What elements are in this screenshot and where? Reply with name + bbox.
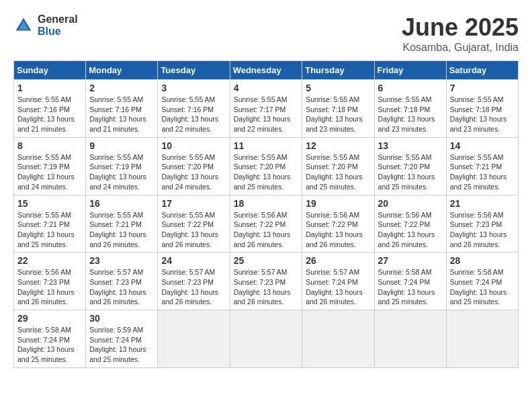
calendar-day-cell [374,310,446,368]
day-number: 20 [378,198,443,209]
day-info: Sunrise: 5:55 AMSunset: 7:21 PMDaylight:… [450,152,515,192]
day-info: Sunrise: 5:57 AMSunset: 7:24 PMDaylight:… [306,267,370,307]
day-info: Sunrise: 5:58 AMSunset: 7:24 PMDaylight:… [450,267,515,307]
day-number: 30 [89,313,154,324]
day-number: 4 [234,83,299,93]
day-number: 3 [161,83,226,93]
logo-text: General Blue [38,13,78,37]
title-block: June 2025 Kosamba, Gujarat, India [402,13,519,54]
calendar-day-cell: 4Sunrise: 5:55 AMSunset: 7:17 PMDaylight… [230,80,302,138]
day-info: Sunrise: 5:55 AMSunset: 7:16 PMDaylight:… [161,95,226,134]
calendar-day-cell: 19Sunrise: 5:56 AMSunset: 7:22 PMDayligh… [302,195,374,253]
calendar-table: SundayMondayTuesdayWednesdayThursdayFrid… [13,60,519,368]
day-number: 5 [306,83,370,93]
day-info: Sunrise: 5:58 AMSunset: 7:24 PMDaylight:… [17,325,82,365]
day-number: 8 [17,140,82,151]
calendar-day-cell: 11Sunrise: 5:55 AMSunset: 7:20 PMDayligh… [230,137,302,195]
day-number: 13 [378,140,443,151]
day-info: Sunrise: 5:55 AMSunset: 7:21 PMDaylight:… [17,210,82,250]
day-number: 26 [306,255,370,266]
calendar-week-row: 8Sunrise: 5:55 AMSunset: 7:19 PMDaylight… [14,137,519,195]
day-info: Sunrise: 5:56 AMSunset: 7:22 PMDaylight:… [378,210,443,250]
page-header: General Blue June 2025 Kosamba, Gujarat,… [13,13,519,54]
day-number: 12 [306,140,370,151]
day-info: Sunrise: 5:55 AMSunset: 7:19 PMDaylight:… [17,152,82,192]
calendar-day-cell: 13Sunrise: 5:55 AMSunset: 7:20 PMDayligh… [374,137,446,195]
day-number: 24 [161,255,226,266]
calendar-day-cell [446,310,518,368]
calendar-day-cell: 8Sunrise: 5:55 AMSunset: 7:19 PMDaylight… [14,137,86,195]
logo-icon [13,15,34,36]
calendar-day-cell: 21Sunrise: 5:56 AMSunset: 7:23 PMDayligh… [446,195,518,253]
weekday-header: Tuesday [158,61,230,80]
day-number: 15 [17,198,82,209]
logo-blue: Blue [38,26,78,38]
calendar-day-cell: 3Sunrise: 5:55 AMSunset: 7:16 PMDaylight… [158,80,230,138]
calendar-day-cell: 17Sunrise: 5:55 AMSunset: 7:22 PMDayligh… [158,195,230,253]
calendar-header-row: SundayMondayTuesdayWednesdayThursdayFrid… [14,61,519,80]
calendar-day-cell: 28Sunrise: 5:58 AMSunset: 7:24 PMDayligh… [446,253,518,310]
day-info: Sunrise: 5:55 AMSunset: 7:20 PMDaylight:… [161,152,226,192]
calendar-day-cell: 25Sunrise: 5:57 AMSunset: 7:23 PMDayligh… [230,253,302,310]
day-number: 16 [89,198,154,209]
calendar-day-cell: 7Sunrise: 5:55 AMSunset: 7:18 PMDaylight… [446,80,518,138]
calendar-day-cell: 14Sunrise: 5:55 AMSunset: 7:21 PMDayligh… [446,137,518,195]
day-info: Sunrise: 5:55 AMSunset: 7:21 PMDaylight:… [89,210,154,250]
day-info: Sunrise: 5:55 AMSunset: 7:20 PMDaylight:… [234,152,299,192]
day-number: 1 [17,83,82,93]
day-info: Sunrise: 5:55 AMSunset: 7:20 PMDaylight:… [306,152,370,192]
location-subtitle: Kosamba, Gujarat, India [402,42,519,54]
day-number: 2 [89,83,154,93]
day-info: Sunrise: 5:55 AMSunset: 7:19 PMDaylight:… [89,152,154,192]
logo-general: General [38,13,78,26]
day-number: 23 [89,255,154,266]
calendar-day-cell: 5Sunrise: 5:55 AMSunset: 7:18 PMDaylight… [302,80,374,138]
calendar-day-cell: 23Sunrise: 5:57 AMSunset: 7:23 PMDayligh… [86,253,158,310]
calendar-day-cell: 27Sunrise: 5:58 AMSunset: 7:24 PMDayligh… [374,253,446,310]
day-info: Sunrise: 5:55 AMSunset: 7:18 PMDaylight:… [306,95,370,134]
calendar-day-cell: 10Sunrise: 5:55 AMSunset: 7:20 PMDayligh… [158,137,230,195]
calendar-day-cell: 16Sunrise: 5:55 AMSunset: 7:21 PMDayligh… [86,195,158,253]
calendar-day-cell: 26Sunrise: 5:57 AMSunset: 7:24 PMDayligh… [302,253,374,310]
day-info: Sunrise: 5:55 AMSunset: 7:16 PMDaylight:… [89,95,154,134]
calendar-week-row: 15Sunrise: 5:55 AMSunset: 7:21 PMDayligh… [14,195,519,253]
calendar-day-cell: 15Sunrise: 5:55 AMSunset: 7:21 PMDayligh… [14,195,86,253]
calendar-day-cell: 18Sunrise: 5:56 AMSunset: 7:22 PMDayligh… [230,195,302,253]
calendar-day-cell: 12Sunrise: 5:55 AMSunset: 7:20 PMDayligh… [302,137,374,195]
weekday-header: Wednesday [230,61,302,80]
day-number: 7 [450,83,515,93]
calendar-day-cell: 30Sunrise: 5:59 AMSunset: 7:24 PMDayligh… [86,310,158,368]
calendar-day-cell: 22Sunrise: 5:56 AMSunset: 7:23 PMDayligh… [14,253,86,310]
day-number: 22 [17,255,82,266]
day-info: Sunrise: 5:55 AMSunset: 7:17 PMDaylight:… [234,95,299,134]
calendar-day-cell [230,310,302,368]
calendar-day-cell [158,310,230,368]
day-info: Sunrise: 5:57 AMSunset: 7:23 PMDaylight:… [89,267,154,307]
day-info: Sunrise: 5:56 AMSunset: 7:23 PMDaylight:… [17,267,82,307]
day-info: Sunrise: 5:56 AMSunset: 7:23 PMDaylight:… [450,210,515,250]
day-number: 25 [234,255,299,266]
day-info: Sunrise: 5:55 AMSunset: 7:20 PMDaylight:… [378,152,443,192]
day-number: 11 [234,140,299,151]
calendar-week-row: 22Sunrise: 5:56 AMSunset: 7:23 PMDayligh… [14,253,519,310]
day-number: 10 [161,140,226,151]
calendar-week-row: 29Sunrise: 5:58 AMSunset: 7:24 PMDayligh… [14,310,519,368]
weekday-header: Friday [374,61,446,80]
calendar-week-row: 1Sunrise: 5:55 AMSunset: 7:16 PMDaylight… [14,80,519,138]
day-info: Sunrise: 5:57 AMSunset: 7:23 PMDaylight:… [234,267,299,307]
day-info: Sunrise: 5:55 AMSunset: 7:18 PMDaylight:… [378,95,443,134]
day-number: 18 [234,198,299,209]
calendar-day-cell: 1Sunrise: 5:55 AMSunset: 7:16 PMDaylight… [14,80,86,138]
calendar-day-cell: 20Sunrise: 5:56 AMSunset: 7:22 PMDayligh… [374,195,446,253]
logo: General Blue [13,13,78,37]
day-info: Sunrise: 5:55 AMSunset: 7:22 PMDaylight:… [161,210,226,250]
day-number: 28 [450,255,515,266]
month-title: June 2025 [402,13,519,42]
weekday-header: Sunday [14,61,86,80]
day-number: 21 [450,198,515,209]
weekday-header: Monday [86,61,158,80]
calendar-day-cell [302,310,374,368]
calendar-day-cell: 9Sunrise: 5:55 AMSunset: 7:19 PMDaylight… [86,137,158,195]
day-info: Sunrise: 5:56 AMSunset: 7:22 PMDaylight:… [234,210,299,250]
day-number: 19 [306,198,370,209]
